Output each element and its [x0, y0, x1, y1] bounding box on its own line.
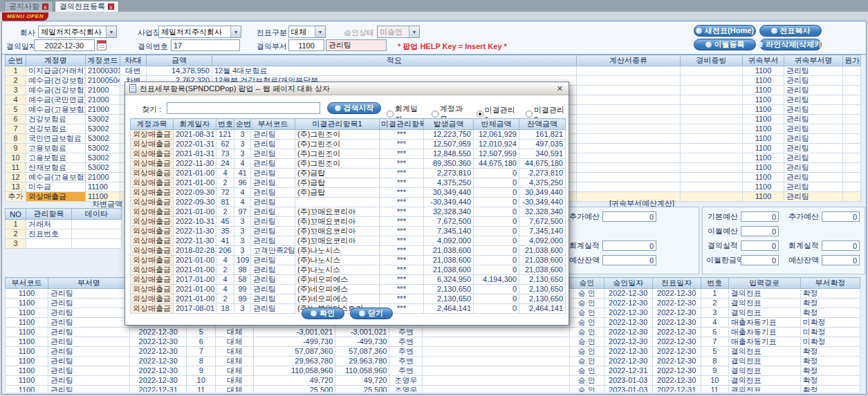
cell[interactable]: 승 인	[569, 386, 604, 393]
cell[interactable]: 2022-11-30	[174, 236, 216, 246]
cell[interactable]: 관리팀	[784, 86, 843, 95]
cell[interactable]: 53002	[86, 124, 120, 134]
cell[interactable]: 결의전표	[728, 308, 800, 318]
cell[interactable]: ***	[380, 294, 424, 304]
cell[interactable]: 관리팀	[48, 289, 130, 299]
column-header[interactable]: 발생금액	[424, 119, 474, 130]
table-row[interactable]: 1100관리팀2022-12-306대체-499,730-499,730주엔승 …	[6, 337, 860, 347]
cell[interactable]: 2022-12-30	[130, 328, 187, 337]
cell[interactable]	[681, 124, 743, 134]
table-row[interactable]: 외상매출금2022-09-30814관리팀***-30,349,4400-30,…	[131, 198, 566, 207]
cell[interactable]: 7,345,140	[424, 227, 474, 236]
cell[interactable]: 89,350,360	[424, 159, 474, 169]
cell[interactable]	[423, 366, 569, 376]
cell[interactable]: 2	[216, 265, 234, 275]
date-input[interactable]	[34, 39, 95, 51]
cell[interactable]: 2,130,650	[424, 294, 474, 304]
cell[interactable]: 관리팀	[784, 153, 843, 163]
cell[interactable]: 3	[234, 140, 251, 149]
cell[interactable]: 주엔	[389, 366, 423, 376]
cell[interactable]: 25,500	[335, 386, 389, 393]
cell[interactable]: 2021-08-31	[174, 130, 216, 140]
cell[interactable]: 10	[6, 153, 26, 163]
cell[interactable]: 주엔	[389, 337, 423, 347]
cell[interactable]: 관리팀	[251, 178, 295, 188]
cell[interactable]	[72, 220, 122, 229]
cell[interactable]: 4	[216, 256, 234, 265]
cell[interactable]: 2,273,810	[519, 169, 566, 178]
cell[interactable]: -3,001,021	[254, 328, 335, 337]
cell[interactable]	[577, 115, 681, 124]
cell[interactable]: 승 인	[569, 366, 604, 376]
table-row[interactable]: 외상매출금2017-01-00458관리팀(주)네오피에스***6,324,95…	[131, 275, 566, 285]
cell[interactable]: (주)네오피에스	[295, 275, 380, 285]
cell[interactable]	[843, 173, 861, 182]
cell[interactable]: 관리팀	[48, 347, 130, 357]
cell[interactable]: 2	[6, 76, 26, 86]
cell[interactable]: 10	[187, 376, 216, 386]
cell[interactable]: 1100	[743, 86, 784, 95]
table-row[interactable]: 외상매출금2022-10-31453관리팀(주)꼬매요코리아***7,672,5…	[131, 217, 566, 227]
cell[interactable]: 외상매출금	[131, 227, 174, 236]
cell[interactable]: 2022-12-30	[604, 357, 652, 366]
cell[interactable]: 206	[216, 246, 234, 256]
cell[interactable]: 7,672,500	[424, 217, 474, 227]
cell[interactable]: 확정	[800, 347, 860, 357]
cell[interactable]: 9	[701, 366, 728, 376]
column-header[interactable]: 부서확정	[800, 278, 860, 289]
cell[interactable]: -30,349,440	[519, 198, 566, 207]
cell[interactable]: 2022-11-30	[174, 159, 216, 169]
company-select[interactable]: 제일저지주식회사 ▼	[38, 26, 117, 38]
cell[interactable]: 2021-01-31	[174, 149, 216, 159]
cell[interactable]: 관리팀	[251, 140, 295, 149]
cell[interactable]: 2022-12-30	[604, 308, 652, 318]
column-header[interactable]: 부서명	[48, 278, 130, 289]
column-header[interactable]: 관리항목	[26, 209, 72, 220]
column-header[interactable]: 순번	[234, 119, 251, 130]
cell[interactable]: 확정	[800, 308, 860, 318]
cell[interactable]: 11	[701, 386, 728, 393]
cell[interactable]: 외상매출금	[131, 130, 174, 140]
cell[interactable]: ***	[380, 207, 424, 217]
cell[interactable]: 결의전표	[728, 357, 800, 366]
cell[interactable]: 결의전표	[728, 376, 800, 386]
cell[interactable]: 2022-12-30	[652, 347, 701, 357]
cell[interactable]: 확정	[800, 376, 860, 386]
cell[interactable]: 2022-12-30	[604, 347, 652, 357]
table-row[interactable]: 1거래처	[6, 220, 122, 229]
cell[interactable]: 대변	[120, 66, 147, 76]
cell[interactable]: 대체	[216, 347, 254, 357]
cell[interactable]: 외상매출금	[131, 149, 174, 159]
column-header[interactable]: 계정과목	[131, 119, 174, 130]
cell[interactable]: -499,730	[335, 337, 389, 347]
cell[interactable]: 0	[474, 198, 519, 207]
cell[interactable]: 4	[234, 198, 251, 207]
cell[interactable]: 5	[6, 105, 26, 115]
cell[interactable]: 57,087,360	[335, 347, 389, 357]
column-header[interactable]: 전표일자	[652, 278, 701, 289]
cell[interactable]: 주엔	[389, 347, 423, 357]
cell[interactable]: 3	[6, 239, 26, 249]
copy-slip-button[interactable]: 전표복사	[759, 25, 822, 37]
cell[interactable]: 대체	[216, 337, 254, 347]
cell[interactable]: 대체	[216, 366, 254, 376]
cell[interactable]: (주)꼬매요코리아	[295, 227, 380, 236]
cell[interactable]: 외상매출금	[131, 265, 174, 275]
new-slip-button[interactable]: 새전표(Home)	[694, 25, 756, 37]
cell[interactable]: 21,038,600	[424, 265, 474, 275]
cell[interactable]: 3	[234, 246, 251, 256]
cell[interactable]: 58	[234, 275, 251, 285]
cell[interactable]: 관리팀	[251, 265, 295, 275]
cell[interactable]: (주)나노시스	[295, 256, 380, 265]
dept-code-input[interactable]	[288, 39, 324, 51]
cell[interactable]: ***	[380, 130, 424, 140]
radio-icon[interactable]	[387, 111, 394, 117]
cell[interactable]: 8	[6, 134, 26, 144]
slip-type-select[interactable]: 대체 ▼	[288, 26, 326, 38]
cell[interactable]	[843, 163, 861, 173]
table-row[interactable]: 1100관리팀2022-12-3111대체25,50025,500조영우승 인2…	[6, 386, 860, 393]
cell[interactable]: 21,038,600	[424, 256, 474, 265]
column-header[interactable]: NO	[6, 209, 26, 220]
cell[interactable]	[423, 337, 569, 347]
cell[interactable]: 조영우	[389, 376, 423, 386]
